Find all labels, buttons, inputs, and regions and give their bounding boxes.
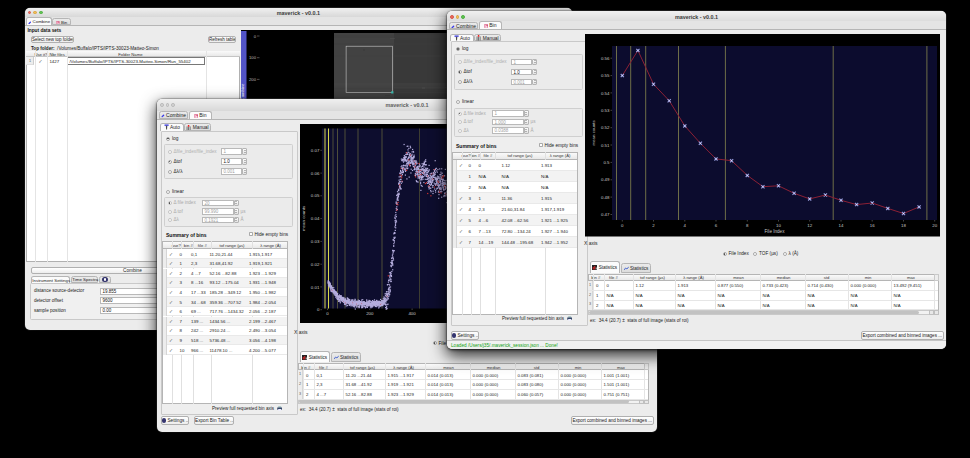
svg-text:100: 100: [249, 55, 257, 60]
svg-text:0.06: 0.06: [310, 170, 319, 175]
svg-text:Combine: Combine: [241, 83, 245, 100]
svg-text:10: 10: [776, 223, 781, 228]
svg-text:18: 18: [901, 223, 906, 228]
svg-text:0.5: 0.5: [603, 160, 610, 165]
svg-text:12: 12: [807, 223, 812, 228]
svg-text:0.52: 0.52: [601, 125, 610, 130]
svg-text:400: 400: [408, 311, 416, 316]
svg-text:200: 200: [366, 311, 374, 316]
svg-text:0.48: 0.48: [601, 195, 610, 200]
svg-text:0.04: 0.04: [310, 216, 319, 221]
svg-text:0.02: 0.02: [310, 261, 319, 266]
svg-text:0.05: 0.05: [310, 193, 319, 198]
svg-text:0.47: 0.47: [601, 212, 610, 217]
svg-text:200: 200: [249, 77, 257, 82]
svg-text:0.01: 0.01: [310, 284, 319, 289]
svg-text:0.03: 0.03: [310, 239, 319, 244]
svg-text:0.55: 0.55: [601, 73, 610, 78]
svg-text:0.49: 0.49: [601, 177, 610, 182]
svg-text:0.51: 0.51: [601, 143, 610, 148]
svg-text:16: 16: [870, 223, 875, 228]
svg-text:0.54: 0.54: [601, 91, 610, 96]
svg-text:mean counts: mean counts: [300, 205, 305, 231]
svg-text:0.07: 0.07: [310, 147, 319, 152]
svg-text:14: 14: [839, 223, 844, 228]
svg-text:File Index: File Index: [765, 229, 786, 234]
svg-text:20: 20: [932, 223, 937, 228]
svg-text:0.56: 0.56: [601, 56, 610, 61]
svg-text:0.53: 0.53: [601, 108, 610, 113]
svg-text:mean counts: mean counts: [591, 120, 596, 146]
